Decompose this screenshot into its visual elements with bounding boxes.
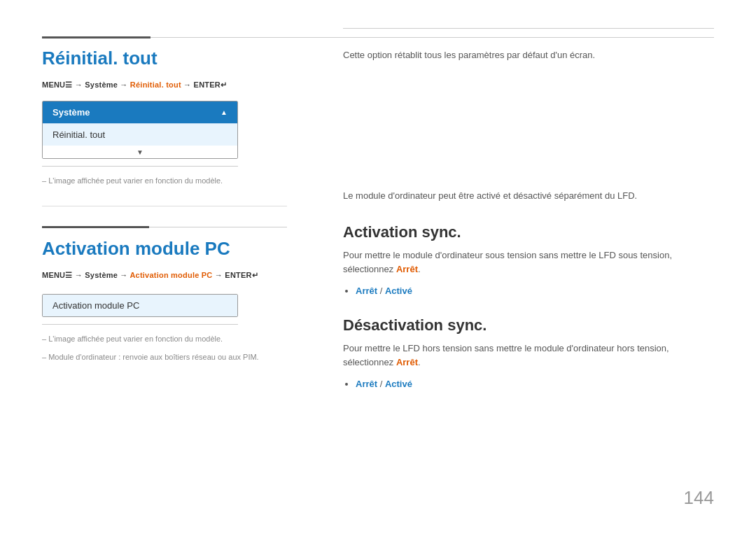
activation-bullet-activé: Activé — [385, 286, 412, 296]
menu-icon-2: ☰ — [65, 271, 72, 279]
section1-mockup: Système ▲ Réinitial. tout ▼ — [42, 101, 238, 159]
chevron-down-icon: ▼ — [136, 148, 144, 156]
desactivation-sync-section: Désactivation sync. Pour mettre le LFD h… — [343, 316, 714, 393]
section2-note2: Module d'ordinateur : renvoie aux boîtie… — [42, 353, 287, 361]
top-rule — [42, 36, 714, 38]
section2-mockup-item: Activation module PC — [43, 295, 237, 316]
section2-intro: Le module d'ordinateur peut être activé … — [343, 189, 714, 204]
section2-rule — [42, 226, 287, 228]
right-top-rule — [343, 28, 714, 29]
section2-menu-highlight: Activation module PC — [130, 271, 212, 279]
section2-title: Activation module PC — [42, 238, 287, 260]
desactivation-sync-desc: Pour mettre le LFD hors tension sans met… — [343, 342, 714, 371]
section1-menu-highlight: Réinitial. tout — [130, 80, 181, 89]
section2-enter-icon: ↵ — [252, 271, 258, 279]
activation-arrêt: Arrêt — [396, 264, 418, 274]
right-column: Cette option rétablit tous les paramètre… — [315, 28, 714, 506]
section1-enter-icon: ↵ — [220, 80, 227, 89]
section2-menu-suffix: → ENTER — [213, 271, 252, 279]
section1-menu-suffix: → ENTER — [181, 80, 220, 89]
section1-right-desc: Cette option rétablit tous les paramètre… — [343, 48, 714, 63]
section1-mockup-header: Système ▲ — [43, 101, 237, 123]
section1-menu-middle: → Système → — [73, 80, 130, 89]
menu-icon-symbol-1: ☰ — [65, 80, 72, 89]
section1-mockup-header-label: Système — [52, 107, 90, 118]
desactivation-bullet-activé: Activé — [385, 379, 412, 389]
activation-bullet-sep: / — [377, 286, 385, 296]
section2-note1: L'image affichée peut varier en fonction… — [42, 335, 287, 343]
section1-title: Réinitial. tout — [42, 48, 287, 69]
section1-menu-path: MENU☰ → Système → Réinitial. tout → ENTE… — [42, 80, 287, 90]
section1-mockup-item: Réinitial. tout — [43, 123, 237, 146]
activation-desc-before: Pour mettre le module d'ordinateur sous … — [343, 250, 672, 275]
desactivation-bullet-text: Arrêt — [356, 379, 377, 389]
menu-icon-1: MENU — [42, 80, 65, 89]
section2-menu-middle: → Système → — [73, 271, 130, 279]
desactivation-desc-after: . — [418, 357, 421, 367]
activation-bullet-text: Arrêt — [356, 286, 377, 296]
page-number: 144 — [684, 487, 714, 509]
desactivation-bullet-sep: / — [377, 379, 385, 389]
desactivation-arrêt: Arrêt — [396, 357, 418, 367]
section1-note: L'image affichée peut varier en fonction… — [42, 176, 287, 185]
desactivation-desc-before: Pour mettre le LFD hors tension sans met… — [343, 343, 669, 368]
activation-sync-bullets: Arrêt / Activé — [356, 283, 714, 299]
section1-mockup-footer: ▼ — [43, 146, 237, 158]
section2-mockup: Activation module PC — [42, 294, 238, 317]
activation-sync-section: Activation sync. Pour mettre le module d… — [343, 223, 714, 300]
chevron-up-icon: ▲ — [220, 108, 227, 116]
activation-sync-bullet-item: Arrêt / Activé — [356, 283, 714, 299]
left-column: Réinitial. tout MENU☰ → Système → Réinit… — [42, 28, 315, 506]
desactivation-sync-bullet-item: Arrêt / Activé — [356, 376, 714, 392]
section-divider — [42, 206, 287, 206]
activation-sync-heading: Activation sync. — [343, 223, 714, 241]
activation-desc-after: . — [418, 264, 421, 274]
menu-prefix-2: MENU — [42, 271, 65, 279]
desactivation-sync-heading: Désactivation sync. — [343, 316, 714, 335]
section2-menu-path: MENU☰ → Système → Activation module PC →… — [42, 271, 287, 280]
section2-right-content: Le module d'ordinateur peut être activé … — [343, 189, 714, 393]
activation-sync-desc: Pour mettre le module d'ordinateur sous … — [343, 248, 714, 278]
desactivation-sync-bullets: Arrêt / Activé — [356, 376, 714, 392]
